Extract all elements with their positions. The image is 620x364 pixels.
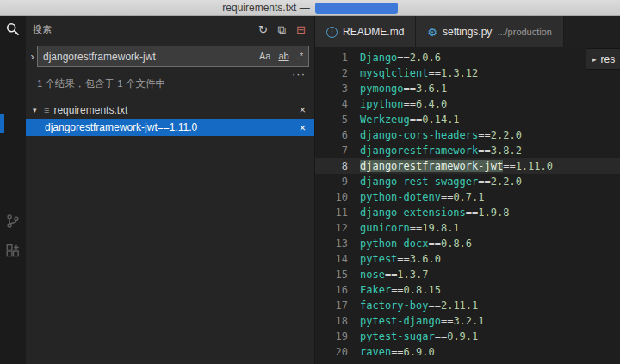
code-line[interactable]: 20raven==6.9.0 [315, 344, 620, 360]
source-control-icon[interactable] [5, 213, 21, 229]
package-name: pytest-sugar [360, 330, 435, 342]
line-number: 13 [315, 236, 348, 251]
equals-operator: == [466, 207, 478, 219]
equals-operator: == [391, 346, 403, 358]
search-icon[interactable] [5, 22, 21, 37]
result-file-row[interactable]: ▾ ≡ requirements.txt × [26, 101, 314, 119]
find-match: djangorestframework-jwt [360, 160, 503, 172]
match-case-toggle[interactable]: Aa [257, 50, 273, 63]
line-content: factory-boy==2.11.1 [348, 298, 478, 313]
line-number: 14 [315, 251, 348, 267]
tab-detail: .../production [497, 27, 552, 37]
more-actions-icon[interactable]: ··· [292, 67, 306, 80]
line-content: django-cors-headers==2.2.0 [348, 127, 522, 143]
extensions-icon[interactable] [5, 244, 21, 259]
package-name: django-rest-swagger [360, 176, 478, 188]
line-number: 6 [315, 127, 348, 143]
line-number: 9 [315, 174, 348, 189]
regex-toggle[interactable]: .* [294, 50, 306, 63]
package-version: 0.8.6 [441, 238, 472, 250]
package-version: 0.7.1 [453, 191, 484, 203]
tab-settings[interactable]: ⚙ settings.py .../production [416, 16, 564, 47]
package-version: 1.3.7 [397, 268, 428, 281]
code-line[interactable]: 18pytest-django==3.2.1 [315, 313, 620, 329]
package-version: 3.6.0 [410, 253, 441, 265]
chevron-right-icon: ▸ [592, 55, 597, 64]
refresh-icon[interactable]: ↻ [258, 24, 268, 35]
redacted-text [315, 3, 398, 14]
package-name: Django [360, 52, 397, 64]
sidebar-header: 搜索 ↻ ⧉ ⊟ [26, 16, 314, 42]
line-content: djangorestframework==3.8.2 [348, 143, 522, 158]
search-results-tree: ▾ ≡ requirements.txt × djangorestframewo… [26, 101, 314, 136]
code-line[interactable]: 1Django==2.0.6 [315, 50, 620, 65]
code-line[interactable]: 7djangorestframework==3.8.2 [315, 143, 620, 158]
equals-operator: == [435, 330, 447, 342]
code-line[interactable]: 8djangorestframework-jwt==1.11.0 [315, 158, 620, 174]
collapse-all-icon[interactable]: ⊟ [296, 24, 306, 35]
code-line[interactable]: 19pytest-sugar==0.9.1 [315, 329, 620, 344]
equals-operator: == [478, 176, 490, 188]
line-number: 10 [315, 189, 348, 205]
dismiss-match-icon[interactable]: × [298, 121, 307, 134]
code-line[interactable]: 14pytest==3.6.0 [315, 251, 620, 267]
search-input[interactable]: djangorestframework-jwt Aa ab .* [37, 46, 309, 67]
code-line[interactable]: 6django-cors-headers==2.2.0 [315, 127, 620, 143]
editor-group: i README.md ⚙ settings.py .../production… [315, 16, 620, 364]
code-line[interactable]: 5Werkzeug==0.14.1 [315, 112, 620, 127]
line-content: pytest-sugar==0.9.1 [348, 329, 478, 344]
line-content: pymongo==3.6.1 [348, 81, 447, 96]
chevron-down-icon[interactable]: ▾ [33, 106, 44, 114]
clear-search-results-icon[interactable]: ⧉ [278, 24, 286, 35]
code-line[interactable]: 15nose==1.3.7 [315, 267, 620, 282]
title-bar: requirements.txt — [0, 0, 620, 16]
package-version: 19.8.1 [422, 222, 459, 234]
code-line[interactable]: 16Faker==0.8.15 [315, 282, 620, 298]
line-content: django-rest-swagger==2.2.0 [348, 174, 522, 189]
tab-readme[interactable]: i README.md [315, 16, 416, 47]
code-line[interactable]: 2mysqlclient==1.3.12 [315, 65, 620, 81]
equals-operator: == [404, 83, 416, 95]
line-number: 20 [315, 344, 348, 360]
equals-operator: == [503, 160, 515, 172]
line-content: raven==6.9.0 [348, 344, 435, 360]
code-line[interactable]: 12gunicorn==19.8.1 [315, 220, 620, 236]
code-line[interactable]: 9django-rest-swagger==2.2.0 [315, 174, 620, 189]
window-title: requirements.txt — [222, 2, 309, 14]
line-number: 8 [315, 158, 348, 174]
code-line[interactable]: 10python-dotenv==0.7.1 [315, 189, 620, 205]
package-version: 3.8.2 [491, 145, 522, 157]
line-number: 16 [315, 282, 348, 298]
line-number: 19 [315, 329, 348, 344]
package-name: python-dotenv [360, 191, 441, 203]
toggle-replace-icon[interactable]: › [28, 51, 37, 63]
line-content: gunicorn==19.8.1 [348, 220, 460, 236]
equals-operator: == [428, 67, 440, 79]
line-number: 12 [315, 220, 348, 236]
result-match-row[interactable]: djangorestframework-jwt==1.11.0 × [26, 119, 314, 136]
whole-word-toggle[interactable]: ab [276, 50, 291, 63]
code-line[interactable]: 3pymongo==3.6.1 [315, 81, 620, 96]
package-name: djangorestframework [360, 145, 478, 157]
line-content: pytest==3.6.0 [348, 251, 441, 267]
package-name: nose [360, 268, 385, 281]
package-version: 1.9.8 [478, 207, 509, 219]
code-line[interactable]: 11django-extensions==1.9.8 [315, 205, 620, 220]
line-number: 18 [315, 313, 348, 329]
package-name: gunicorn [360, 222, 410, 234]
code-line[interactable]: 17factory-boy==2.11.1 [315, 298, 620, 313]
dismiss-file-icon[interactable]: × [298, 103, 307, 116]
package-name: mysqlclient [360, 67, 428, 79]
package-name: pytest-django [360, 315, 441, 327]
line-content: djangorestframework-jwt==1.11.0 [348, 158, 553, 174]
sidebar-title: 搜索 [33, 23, 248, 36]
code-line[interactable]: 4ipython==6.4.0 [315, 96, 620, 112]
peek-overlay[interactable]: ▸ res [586, 48, 620, 70]
equals-operator: == [478, 129, 490, 141]
line-number: 15 [315, 267, 348, 282]
package-version: 0.14.1 [422, 114, 459, 126]
line-content: python-dotenv==0.7.1 [348, 189, 485, 205]
results-summary-row: ··· 1 个结果，包含于 1 个文件中 [26, 67, 314, 90]
line-content: django-extensions==1.9.8 [348, 205, 509, 220]
code-line[interactable]: 13python-docx==0.8.6 [315, 236, 620, 251]
